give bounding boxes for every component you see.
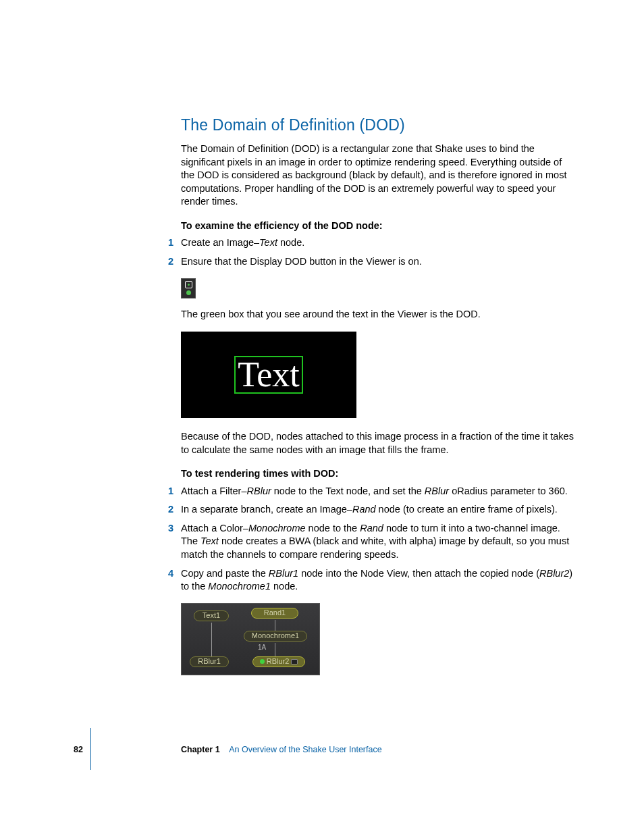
chapter-line: Chapter 1 An Overview of the Shake User … [181,744,382,756]
step-number: 2 [168,255,173,269]
node-monochrome1: Monochrome1 [244,631,307,642]
step-text-italic: RBlur [247,486,271,496]
list-item: 2 In a separate branch, create an Image–… [181,503,576,517]
list-item: 2 Ensure that the Display DOD button in … [181,255,576,269]
node-view-screenshot: Text1 Rand1 Monochrome1 1A RBlur1 RBlur2 [181,603,320,675]
display-dod-button-icon [181,278,196,298]
body-paragraph: The green box that you see around the te… [181,308,576,321]
dod-dot-icon [186,290,191,295]
intro-paragraph: The Domain of Definition (DOD) is a rect… [181,142,576,209]
chapter-label: Chapter 1 [181,745,220,754]
step-number: 4 [168,567,173,581]
step-text-italic: Monochrome1 [208,581,271,592]
viewer-screenshot: Text [181,332,356,418]
step-text: node creates a BWA (black and white, wit… [181,536,569,560]
procedure-list-2: 1 Attach a Filter–RBlur node to the Text… [181,485,576,594]
step-number: 3 [168,522,173,536]
step-number: 1 [168,485,173,498]
node-plug-icon [291,659,298,664]
node-wire [275,620,275,631]
margin-rule [90,728,91,770]
step-number: 1 [168,236,173,250]
section-heading: The Domain of Definition (DOD) [181,115,576,136]
list-item: 1 Create an Image–Text node. [181,236,576,250]
step-text: node into the Node View, then attach the… [298,568,539,579]
node-wire [211,623,212,656]
procedure-heading-1: To examine the efficiency of the DOD nod… [181,219,576,233]
step-text-italic: Text [259,237,277,248]
step-text: node to the [306,523,360,533]
node-rblur2: RBlur2 [252,656,305,667]
list-item: 4 Copy and paste the RBlur1 node into th… [181,567,576,594]
step-text-italic: RBlur [425,486,449,496]
step-text-italic: Rand [360,523,383,533]
chapter-title: An Overview of the Shake User Interface [229,745,382,754]
step-text-italic: Rand [352,504,376,515]
body-paragraph: Because of the DOD, nodes attached to th… [181,430,576,457]
step-text: In a separate branch, create an Image– [181,504,352,515]
step-text: Copy and paste the [181,568,269,579]
step-text-italic: Text [200,536,219,546]
step-text: node to the Text node, and set the [271,486,425,496]
list-item: 1 Attach a Filter–RBlur node to the Text… [181,485,576,498]
page: The Domain of Definition (DOD) The Domai… [0,0,644,834]
step-text-italic: RBlur1 [269,568,298,579]
node-led-icon [260,659,265,664]
step-text: Create an Image– [181,237,259,248]
node-rand1: Rand1 [251,608,298,619]
dod-box: Text [234,356,303,394]
step-number: 2 [168,503,173,517]
procedure-list-1: 1 Create an Image–Text node. 2 Ensure th… [181,236,576,268]
node-label: RBlur2 [267,656,290,667]
node-tag: 1A [258,643,266,652]
step-text-italic: RBlur2 [539,568,569,579]
list-item: 3 Attach a Color–Monochrome node to the … [181,522,576,562]
step-text: Attach a Filter– [181,486,247,496]
node-wire [275,643,275,656]
step-text: node (to create an entire frame of pixel… [376,504,558,515]
page-number: 82 [74,744,83,756]
step-text: node. [277,237,304,248]
step-text: Attach a Color– [181,523,248,533]
step-text: oRadius parameter to 360. [449,486,568,496]
step-text: Ensure that the Display DOD button in th… [181,256,422,267]
procedure-heading-2: To test rendering times with DOD: [181,467,576,481]
node-text1: Text1 [194,610,229,621]
dod-square-icon [185,281,192,288]
node-rblur1: RBlur1 [190,656,229,667]
step-text: node. [271,581,298,592]
step-text-italic: Monochrome [248,523,306,533]
